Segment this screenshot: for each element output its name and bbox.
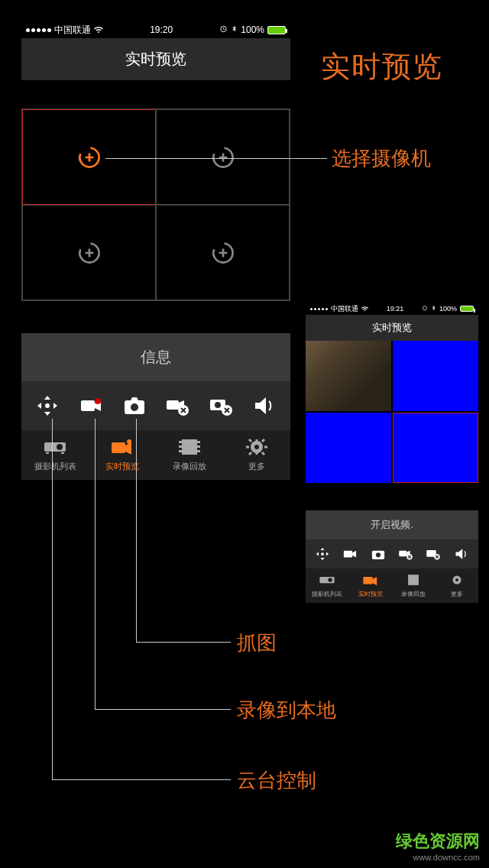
battery-icon — [460, 306, 474, 312]
close-video-icon[interactable] — [164, 392, 191, 419]
svg-point-46 — [455, 578, 458, 581]
camera-cell-blue-selected[interactable] — [393, 413, 478, 483]
tab-playback[interactable]: 录像回放 — [396, 573, 431, 598]
tab-row: 摄影机列表 实时预览 录像回放 更多 — [21, 430, 290, 480]
action-row — [21, 381, 290, 430]
tab-label: 实时预览 — [105, 461, 139, 472]
callout-line — [136, 419, 137, 642]
callout-line — [95, 709, 231, 710]
add-camera-icon[interactable] — [209, 144, 237, 171]
camera-cell-4[interactable] — [156, 205, 290, 300]
svg-point-31 — [254, 445, 259, 449]
tab-label: 录像回放 — [401, 590, 426, 598]
ptz-icon[interactable] — [34, 392, 61, 419]
camera-icon — [362, 573, 379, 587]
control-panel: 信息 摄影机列表 实时预览 录像回放 — [21, 333, 290, 480]
annotation-title: 实时预览 — [321, 47, 443, 86]
svg-rect-43 — [363, 577, 372, 585]
gear-icon — [244, 436, 269, 458]
svg-rect-24 — [179, 441, 182, 443]
carrier-label: 中国联通 — [54, 24, 91, 37]
camera-cell-1[interactable] — [22, 109, 156, 205]
svg-rect-10 — [167, 400, 179, 410]
sound-icon[interactable] — [453, 546, 470, 562]
svg-rect-18 — [61, 452, 64, 454]
page-title: 实时预览 — [21, 38, 290, 80]
carrier-label: 中国联通 — [331, 304, 358, 314]
tab-playback[interactable]: 录像回放 — [163, 436, 216, 472]
svg-rect-27 — [197, 441, 200, 443]
svg-rect-28 — [197, 445, 200, 448]
status-bar-small: 中国联通 19:21 100% — [306, 303, 478, 315]
tab-more[interactable]: 更多 — [439, 573, 474, 598]
watermark-title: 绿色资源网 — [396, 830, 480, 853]
film-icon — [405, 573, 422, 587]
camera-cell-2[interactable] — [156, 109, 290, 205]
annotation-capture: 抓图 — [237, 630, 277, 656]
sound-icon[interactable] — [251, 392, 278, 419]
watermark-url: www.downcc.com — [396, 853, 480, 862]
film-icon — [177, 436, 202, 458]
bluetooth-icon — [231, 24, 238, 35]
add-camera-icon[interactable] — [76, 144, 103, 171]
close-capture-icon[interactable] — [207, 392, 235, 419]
time-label: 19:21 — [387, 305, 404, 313]
tab-camera-list[interactable]: 摄影机列表 — [309, 573, 345, 598]
battery-icon — [267, 26, 286, 34]
status-bar: 中国联通 19:20 100% — [21, 21, 290, 38]
svg-rect-29 — [197, 450, 200, 452]
capture-icon[interactable] — [370, 546, 387, 562]
tab-live-preview[interactable]: 实时预览 — [353, 573, 388, 598]
camera-cell-blue[interactable] — [393, 341, 478, 411]
svg-point-16 — [57, 444, 63, 450]
bluetooth-icon — [431, 305, 436, 313]
tab-more[interactable]: 更多 — [230, 436, 283, 472]
callout-line — [136, 642, 231, 643]
svg-rect-26 — [179, 450, 182, 452]
alarm-icon — [219, 24, 228, 35]
tab-live-preview[interactable]: 实时预览 — [96, 436, 149, 472]
record-icon[interactable] — [77, 392, 105, 419]
camera-grid — [21, 108, 290, 301]
ptz-icon[interactable] — [314, 546, 331, 562]
svg-rect-37 — [399, 551, 406, 557]
action-row-small — [306, 539, 478, 568]
close-capture-icon[interactable] — [425, 546, 442, 562]
close-video-icon[interactable] — [397, 546, 414, 562]
svg-point-36 — [376, 552, 381, 557]
add-camera-icon[interactable] — [209, 239, 237, 267]
panel-title: 信息 — [21, 333, 290, 381]
record-icon[interactable] — [342, 546, 358, 562]
svg-point-13 — [215, 402, 221, 408]
svg-rect-25 — [179, 445, 182, 448]
tab-label: 实时预览 — [358, 590, 383, 598]
camera-cell-3[interactable] — [22, 205, 156, 300]
svg-rect-44 — [408, 575, 419, 585]
svg-point-33 — [321, 552, 324, 555]
tab-label: 更多 — [248, 461, 265, 472]
callout-line — [95, 419, 96, 709]
add-camera-icon[interactable] — [76, 239, 103, 267]
wifi-icon — [94, 24, 103, 36]
svg-point-42 — [329, 578, 333, 582]
svg-rect-17 — [46, 452, 49, 454]
camera-cell-live[interactable] — [306, 341, 391, 411]
signal-dots-icon — [26, 28, 51, 32]
panel-title-small: 开启视频. — [306, 510, 478, 539]
capture-icon[interactable] — [121, 392, 148, 419]
tab-label: 更多 — [451, 590, 463, 598]
annotation-record: 录像到本地 — [237, 697, 336, 724]
annotation-ptz: 云台控制 — [237, 767, 316, 794]
battery-percent: 100% — [241, 24, 264, 35]
page-title-small: 实时预览 — [306, 315, 478, 341]
svg-point-32 — [423, 306, 426, 310]
tab-row-small: 摄影机列表 实时预览 录像回放 更多 — [306, 568, 478, 603]
tab-camera-list[interactable]: 摄影机列表 — [28, 436, 82, 472]
secondary-phone: 中国联通 19:21 100% 实时预览 — [306, 303, 478, 483]
camera-cell-blue[interactable] — [306, 413, 391, 483]
camera-grid-small — [306, 341, 478, 483]
svg-rect-34 — [344, 551, 352, 558]
wifi-icon — [361, 305, 368, 313]
svg-rect-6 — [81, 400, 95, 411]
svg-point-5 — [45, 403, 50, 408]
